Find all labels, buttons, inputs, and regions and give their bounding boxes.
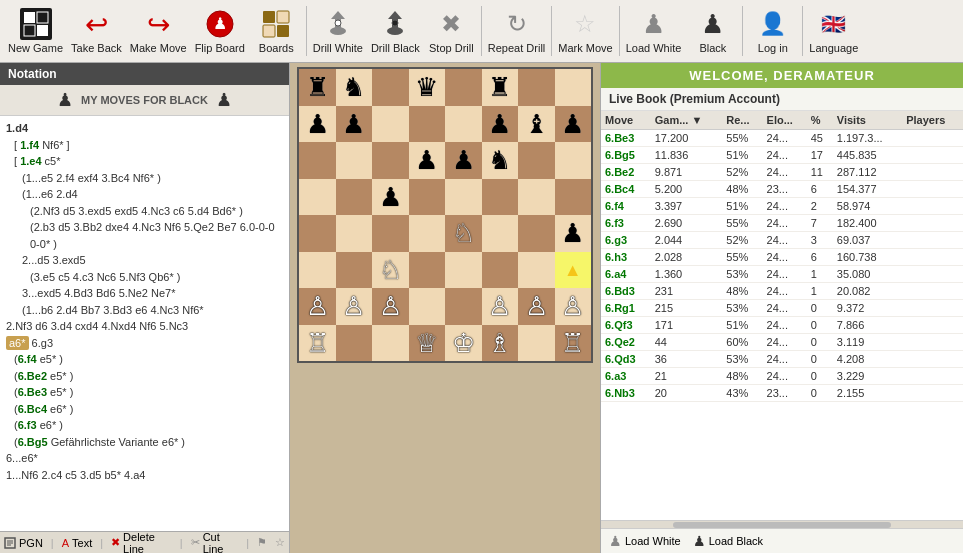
square-a4[interactable] — [299, 215, 336, 252]
square-d7[interactable] — [409, 106, 446, 143]
table-row[interactable]: 6.Be2 9.871 52% 24... 11 287.112 — [601, 164, 963, 181]
square-f1[interactable]: ♗ — [482, 325, 519, 362]
move-cell-13[interactable]: 6.Qd3 — [601, 351, 651, 368]
move-cell-6[interactable]: 6.g3 — [601, 232, 651, 249]
drill-black-button[interactable]: Drill Black — [367, 2, 424, 60]
notation-content[interactable]: 1.d4 [ 1.f4 Nf6* ] [ 1.e4 c5* (1...e5 2.… — [0, 116, 289, 531]
square-h2[interactable]: ♙ — [555, 288, 592, 325]
repeat-drill-button[interactable]: ↻ Repeat Drill — [484, 2, 549, 60]
square-g4[interactable] — [518, 215, 555, 252]
col-games[interactable]: Gam... ▼ — [651, 111, 723, 130]
square-d6[interactable]: ♟ — [409, 142, 446, 179]
square-h1[interactable]: ♖ — [555, 325, 592, 362]
boards-button[interactable]: Boards — [249, 2, 304, 60]
square-e5[interactable] — [445, 179, 482, 216]
square-e1[interactable]: ♔ — [445, 325, 482, 362]
square-b4[interactable] — [336, 215, 373, 252]
table-row[interactable]: 6.f3 2.690 55% 24... 7 182.400 — [601, 215, 963, 232]
square-g3[interactable] — [518, 252, 555, 289]
square-f4[interactable] — [482, 215, 519, 252]
flag-button[interactable]: ⚑ — [257, 536, 267, 549]
table-row[interactable]: 6.Bc4 5.200 48% 23... 6 154.377 — [601, 181, 963, 198]
table-row[interactable]: 6.a4 1.360 53% 24... 1 35.080 — [601, 266, 963, 283]
square-b3[interactable] — [336, 252, 373, 289]
table-row[interactable]: 6.Nb3 20 43% 23... 0 2.155 — [601, 385, 963, 402]
move-cell-5[interactable]: 6.f3 — [601, 215, 651, 232]
square-f8[interactable]: ♜ — [482, 69, 519, 106]
stop-drill-button[interactable]: ✖ Stop Drill — [424, 2, 479, 60]
square-c6[interactable] — [372, 142, 409, 179]
login-button[interactable]: 👤 Log in — [745, 2, 800, 60]
delete-line-button[interactable]: ✖ Delete Line — [111, 531, 172, 554]
move-cell-3[interactable]: 6.Bc4 — [601, 181, 651, 198]
square-c3[interactable]: ♘ — [372, 252, 409, 289]
table-row[interactable]: 6.Qd3 36 53% 24... 0 4.208 — [601, 351, 963, 368]
square-e8[interactable] — [445, 69, 482, 106]
square-e3[interactable] — [445, 252, 482, 289]
table-row[interactable]: 6.g3 2.044 52% 24... 3 69.037 — [601, 232, 963, 249]
square-a2[interactable]: ♙ — [299, 288, 336, 325]
move-cell-1[interactable]: 6.Bg5 — [601, 147, 651, 164]
square-c8[interactable] — [372, 69, 409, 106]
square-h4[interactable]: ♟ — [555, 215, 592, 252]
move-cell-11[interactable]: 6.Qf3 — [601, 317, 651, 334]
square-e2[interactable] — [445, 288, 482, 325]
square-d5[interactable] — [409, 179, 446, 216]
square-a6[interactable] — [299, 142, 336, 179]
pgn-button[interactable]: PGN — [4, 537, 43, 549]
table-row[interactable]: 6.a3 21 48% 24... 0 3.229 — [601, 368, 963, 385]
table-row[interactable]: 6.Bg5 11.836 51% 24... 17 445.835 — [601, 147, 963, 164]
square-d2[interactable] — [409, 288, 446, 325]
square-g7[interactable]: ♝ — [518, 106, 555, 143]
text-button[interactable]: A Text — [62, 537, 93, 549]
square-a7[interactable]: ♟ — [299, 106, 336, 143]
square-h3[interactable]: ▲ — [555, 252, 592, 289]
square-c4[interactable] — [372, 215, 409, 252]
load-white-button[interactable]: ♟ Load White — [622, 2, 686, 60]
move-cell-8[interactable]: 6.a4 — [601, 266, 651, 283]
square-b8[interactable]: ♞ — [336, 69, 373, 106]
square-d1[interactable]: ♕ — [409, 325, 446, 362]
square-e7[interactable] — [445, 106, 482, 143]
square-g1[interactable] — [518, 325, 555, 362]
move-cell-9[interactable]: 6.Bd3 — [601, 283, 651, 300]
square-g2[interactable]: ♙ — [518, 288, 555, 325]
flip-board-button[interactable]: ♟ Flip Board — [191, 2, 249, 60]
square-c5[interactable]: ♟ — [372, 179, 409, 216]
square-a8[interactable]: ♜ — [299, 69, 336, 106]
table-row[interactable]: 6.f4 3.397 51% 24... 2 58.974 — [601, 198, 963, 215]
square-a3[interactable] — [299, 252, 336, 289]
square-h8[interactable] — [555, 69, 592, 106]
square-e6[interactable]: ♟ — [445, 142, 482, 179]
move-cell-15[interactable]: 6.Nb3 — [601, 385, 651, 402]
table-row[interactable]: 6.h3 2.028 55% 24... 6 160.738 — [601, 249, 963, 266]
move-cell-0[interactable]: 6.Be3 — [601, 130, 651, 147]
square-d4[interactable] — [409, 215, 446, 252]
load-white-bottom-button[interactable]: ♟ Load White — [609, 533, 681, 549]
move-cell-7[interactable]: 6.h3 — [601, 249, 651, 266]
square-f5[interactable] — [482, 179, 519, 216]
square-a5[interactable] — [299, 179, 336, 216]
square-b6[interactable] — [336, 142, 373, 179]
load-black-bottom-button[interactable]: ♟ Load Black — [693, 533, 763, 549]
cut-line-button[interactable]: ✂ Cut Line — [191, 531, 239, 554]
square-h6[interactable] — [555, 142, 592, 179]
new-game-button[interactable]: New Game — [4, 2, 67, 60]
chess-board[interactable]: ♜ ♞ ♛ ♜ ♟ ♟ ♟ ♝ ♟ ♟ ♟ ♞ — [297, 67, 593, 363]
square-d3[interactable] — [409, 252, 446, 289]
square-f3[interactable] — [482, 252, 519, 289]
move-cell-4[interactable]: 6.f4 — [601, 198, 651, 215]
square-h5[interactable] — [555, 179, 592, 216]
square-g5[interactable] — [518, 179, 555, 216]
language-button[interactable]: 🇬🇧 Language — [805, 2, 862, 60]
square-c1[interactable] — [372, 325, 409, 362]
table-row[interactable]: 6.Bd3 231 48% 24... 1 20.082 — [601, 283, 963, 300]
square-f2[interactable]: ♙ — [482, 288, 519, 325]
table-row[interactable]: 6.Qf3 171 51% 24... 0 7.866 — [601, 317, 963, 334]
square-c7[interactable] — [372, 106, 409, 143]
square-e4[interactable]: ♘ — [445, 215, 482, 252]
move-cell-14[interactable]: 6.a3 — [601, 368, 651, 385]
move-cell-12[interactable]: 6.Qe2 — [601, 334, 651, 351]
square-b1[interactable] — [336, 325, 373, 362]
bookmark-button[interactable]: ☆ — [275, 536, 285, 549]
